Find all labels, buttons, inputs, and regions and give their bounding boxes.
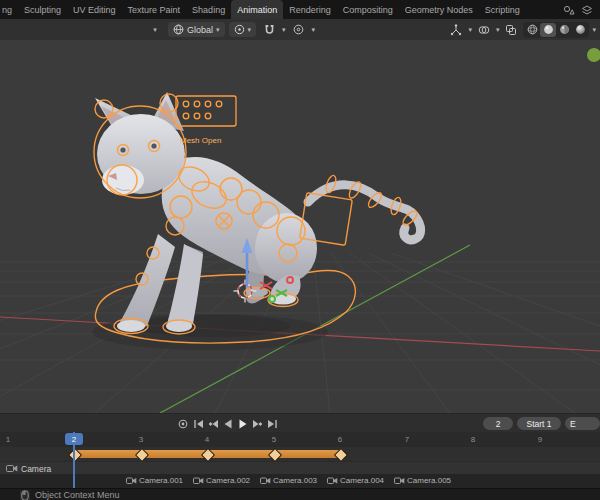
current-frame-field[interactable]: 2 bbox=[483, 417, 513, 430]
xray-toggle[interactable] bbox=[502, 22, 520, 37]
camera-icon bbox=[394, 477, 405, 485]
marker-label: Camera.001 bbox=[139, 476, 183, 485]
previous-keyframe-button[interactable] bbox=[206, 417, 220, 431]
mouse-icon bbox=[21, 490, 29, 500]
pivot-point-dropdown[interactable]: ▾ bbox=[229, 22, 257, 37]
channel-row[interactable]: Camera bbox=[0, 461, 600, 475]
gizmo-icon bbox=[450, 24, 462, 36]
channel-label: Camera bbox=[21, 464, 51, 474]
status-hint: Object Context Menu bbox=[35, 490, 120, 500]
transform-orientation-dropdown[interactable]: Global ▾ bbox=[168, 22, 225, 37]
show-overlays-toggle[interactable] bbox=[475, 22, 493, 37]
workspace-tab-shading[interactable]: Shading bbox=[186, 0, 231, 19]
shading-wireframe-button[interactable] bbox=[524, 23, 540, 37]
camera-icon bbox=[327, 477, 338, 485]
mouse-hint-box bbox=[20, 490, 30, 500]
status-bar: Object Context Menu bbox=[0, 488, 600, 500]
shading-material-button[interactable] bbox=[556, 23, 572, 37]
jump-start-icon bbox=[192, 418, 204, 430]
workspace-tab-bar: ng Sculpting UV Editing Texture Paint Sh… bbox=[0, 0, 600, 19]
3d-viewport[interactable]: Mesh Open bbox=[0, 40, 600, 413]
markers-region[interactable]: Camera.001 Camera.002 Camera.003 Camera.… bbox=[0, 474, 600, 488]
prev-keyframe-icon bbox=[207, 418, 219, 430]
overlays-dropdown-chevron[interactable]: ▾ bbox=[496, 26, 500, 33]
proportional-dropdown-chevron[interactable]: ▾ bbox=[312, 26, 316, 33]
timeline-marker[interactable]: Camera.004 bbox=[327, 476, 384, 485]
shading-solid-button[interactable] bbox=[540, 23, 556, 37]
topbar-right-icons bbox=[556, 0, 600, 19]
timeline-ruler[interactable]: 1 2 3 4 5 6 7 8 9 bbox=[0, 432, 600, 447]
workspace-tab-scripting[interactable]: Scripting bbox=[479, 0, 526, 19]
viewport-header-left: ▾ Global ▾ ▾ bbox=[146, 22, 315, 37]
frame-end-field-partial[interactable]: E bbox=[565, 417, 600, 430]
collapsed-menus-button[interactable]: ▾ bbox=[146, 22, 164, 37]
keyframe-track[interactable] bbox=[0, 447, 600, 461]
snap-dropdown-chevron[interactable]: ▾ bbox=[282, 26, 286, 33]
workspace-tab-geometry-nodes[interactable]: Geometry Nodes bbox=[399, 0, 479, 19]
playback-controls bbox=[176, 417, 280, 431]
playhead-frame-indicator[interactable]: 2 bbox=[65, 433, 83, 445]
frame-start-field[interactable]: Start 1 bbox=[517, 417, 561, 430]
workspace-tab-modeling-partial[interactable]: ng bbox=[0, 0, 18, 19]
proportional-editing-toggle[interactable] bbox=[290, 22, 308, 37]
viewport-header: ▾ Global ▾ ▾ bbox=[0, 19, 600, 41]
scene-canvas: Mesh Open bbox=[0, 40, 600, 413]
jump-to-end-button[interactable] bbox=[266, 417, 280, 431]
shading-mode-group bbox=[523, 22, 589, 38]
camera-icon bbox=[126, 477, 137, 485]
camera-icon bbox=[6, 464, 18, 473]
viewport-header-right: ▾ ▾ bbox=[447, 22, 600, 38]
workspace-tab-uv-editing[interactable]: UV Editing bbox=[67, 0, 122, 19]
view-layer-icon[interactable] bbox=[581, 4, 593, 16]
rig-panel-label: Mesh Open bbox=[180, 136, 221, 145]
scene-icon[interactable] bbox=[563, 4, 575, 16]
ruler-frame-number: 5 bbox=[272, 435, 276, 444]
show-gizmo-dropdown[interactable] bbox=[447, 22, 465, 37]
timeline-marker[interactable]: Camera.001 bbox=[126, 476, 183, 485]
material-sphere-icon bbox=[559, 24, 570, 35]
ruler-frame-number: 1 bbox=[6, 435, 10, 444]
marker-label: Camera.003 bbox=[273, 476, 317, 485]
workspace-tabs: ng Sculpting UV Editing Texture Paint Sh… bbox=[0, 0, 556, 19]
wireframe-sphere-icon bbox=[527, 24, 538, 35]
play-icon bbox=[237, 418, 249, 430]
solid-sphere-icon bbox=[543, 24, 554, 35]
jump-to-start-button[interactable] bbox=[191, 417, 205, 431]
proportional-edit-icon bbox=[293, 24, 304, 35]
pivot-icon bbox=[234, 24, 245, 35]
play-reverse-button[interactable] bbox=[221, 417, 235, 431]
timeline-marker[interactable]: Camera.005 bbox=[394, 476, 451, 485]
ruler-frame-number: 6 bbox=[338, 435, 342, 444]
workspace-tab-texture-paint[interactable]: Texture Paint bbox=[122, 0, 187, 19]
jump-end-icon bbox=[267, 418, 279, 430]
snap-toggle[interactable] bbox=[260, 22, 278, 37]
workspace-tab-rendering[interactable]: Rendering bbox=[283, 0, 337, 19]
ground-shadow-core bbox=[134, 315, 290, 337]
blender-window: ng Sculpting UV Editing Texture Paint Sh… bbox=[0, 0, 600, 500]
marker-label: Camera.005 bbox=[407, 476, 451, 485]
chevron-down-icon: ▾ bbox=[248, 26, 252, 33]
timeline-marker[interactable]: Camera.002 bbox=[193, 476, 250, 485]
rendered-sphere-icon bbox=[575, 24, 586, 35]
shading-rendered-button[interactable] bbox=[572, 23, 588, 37]
camera-icon bbox=[260, 477, 271, 485]
ruler-frame-number: 9 bbox=[538, 435, 542, 444]
marker-label: Camera.002 bbox=[206, 476, 250, 485]
frame-fields: 2 Start 1 E bbox=[483, 417, 600, 430]
ruler-frame-number: 3 bbox=[139, 435, 143, 444]
timeline-marker[interactable]: Camera.003 bbox=[260, 476, 317, 485]
play-reverse-icon bbox=[222, 418, 234, 430]
gizmo-dropdown-chevron[interactable]: ▾ bbox=[468, 26, 472, 33]
globe-icon bbox=[173, 24, 184, 35]
workspace-tab-compositing[interactable]: Compositing bbox=[337, 0, 399, 19]
next-keyframe-button[interactable] bbox=[251, 417, 265, 431]
overlays-icon bbox=[478, 24, 490, 36]
record-icon bbox=[177, 418, 189, 430]
play-button[interactable] bbox=[236, 417, 250, 431]
orientation-label: Global bbox=[187, 25, 213, 35]
workspace-tab-sculpting[interactable]: Sculpting bbox=[18, 0, 67, 19]
chevron-down-icon: ▾ bbox=[216, 26, 220, 33]
auto-keying-button[interactable] bbox=[176, 417, 190, 431]
shading-dropdown-chevron[interactable]: ▾ bbox=[592, 26, 596, 33]
workspace-tab-animation[interactable]: Animation bbox=[231, 0, 283, 19]
